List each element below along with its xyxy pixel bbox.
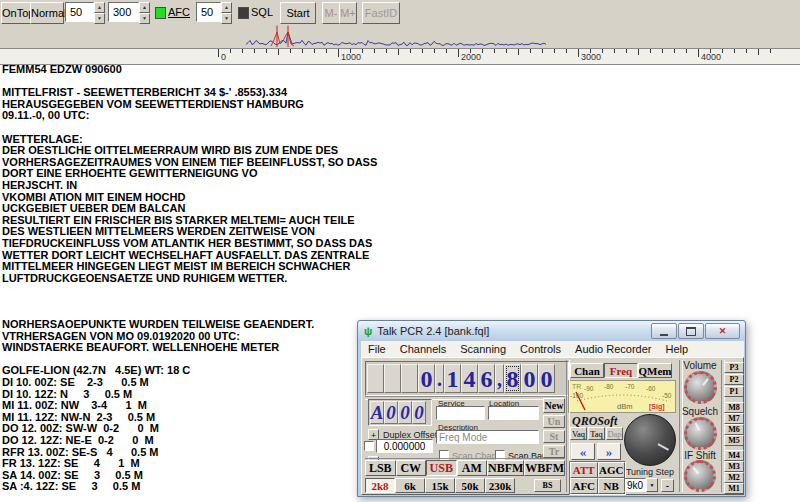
- menu-help[interactable]: Help: [659, 343, 696, 355]
- menu-audio-recorder[interactable]: Audio Recorder: [568, 343, 658, 355]
- minimize-button[interactable]: [651, 323, 677, 339]
- p1-button[interactable]: P1: [724, 386, 744, 397]
- spin-up-icon[interactable]: ▲: [94, 2, 105, 13]
- filter-button-50k[interactable]: 50k: [455, 478, 485, 493]
- m7-button[interactable]: M7: [724, 413, 744, 424]
- mode-button-nbfm[interactable]: NBFM: [487, 460, 524, 476]
- filter-button-230k[interactable]: 230k: [485, 478, 515, 493]
- freq-digit-cell[interactable]: .: [435, 364, 444, 393]
- ruler-tick: [566, 49, 567, 53]
- freq-digit-cell[interactable]: ,: [495, 364, 504, 393]
- fastid-button[interactable]: FastID: [362, 2, 400, 24]
- un-button[interactable]: Un: [543, 415, 565, 428]
- shift-value[interactable]: 300: [108, 2, 139, 22]
- filter-button-6k[interactable]: 6k: [395, 478, 425, 493]
- freq-digit-cell[interactable]: 8: [504, 364, 521, 393]
- dap-button[interactable]: Dap: [606, 427, 623, 440]
- menu-file[interactable]: File: [361, 343, 393, 355]
- m3-button[interactable]: M3: [724, 461, 744, 472]
- p2-button[interactable]: P2: [724, 374, 744, 385]
- tuning-step-dropdown-icon[interactable]: ▼: [646, 478, 658, 492]
- bs-button[interactable]: BS: [534, 479, 561, 492]
- m4-button[interactable]: M4: [724, 450, 744, 461]
- pcr-titlebar[interactable]: ψ Talk PCR 2.4 [bank.fql] ✕: [358, 321, 745, 341]
- spin-down-icon[interactable]: ▼: [221, 13, 232, 24]
- menu-scanning[interactable]: Scanning: [453, 343, 513, 355]
- m1-button[interactable]: M1: [724, 483, 744, 494]
- p3-button[interactable]: P3: [724, 362, 744, 373]
- ruler-tick: [278, 49, 279, 55]
- tab-freq[interactable]: Freq: [604, 363, 638, 378]
- squelch-knob[interactable]: [684, 417, 717, 450]
- tab-qmem[interactable]: QMem: [638, 363, 672, 378]
- start-button[interactable]: Start: [280, 2, 316, 24]
- tr-button[interactable]: Tr: [543, 445, 565, 458]
- memory-digit-cell: 0: [398, 401, 412, 424]
- close-button[interactable]: ✕: [705, 323, 740, 339]
- tuning-step-minus-button[interactable]: -: [661, 479, 674, 492]
- freq-digit-cell[interactable]: 0: [521, 364, 538, 393]
- m2-button[interactable]: M2: [724, 472, 744, 483]
- mark-frequency-value[interactable]: 50: [65, 2, 94, 22]
- location-field[interactable]: [488, 406, 539, 420]
- duplex-checkbox[interactable]: [364, 441, 374, 451]
- squelch-level-value[interactable]: 50: [196, 2, 221, 22]
- description-field[interactable]: Freq Mode: [436, 430, 539, 444]
- volume-knob[interactable]: [684, 371, 717, 404]
- new-button[interactable]: New: [543, 398, 565, 413]
- if-shift-knob[interactable]: [684, 460, 716, 492]
- freq-digit-cell[interactable]: 4: [461, 364, 478, 393]
- m8-button[interactable]: M8: [724, 402, 744, 413]
- afc-button[interactable]: AFC: [570, 478, 598, 494]
- decoded-text-area[interactable]: FEMM54 EDZW 090600 MITTELFRIST - SEEWETT…: [2, 64, 377, 493]
- vaq-button[interactable]: Vaq: [570, 427, 587, 440]
- afc-label[interactable]: AFC: [168, 6, 190, 18]
- att-button[interactable]: ATT: [570, 462, 598, 478]
- ontop-button[interactable]: OnTop: [1, 2, 31, 24]
- freq-digit-cell[interactable]: [384, 364, 401, 393]
- normal-button[interactable]: Normal: [30, 2, 64, 24]
- tuning-knob[interactable]: [624, 414, 676, 466]
- service-field[interactable]: [436, 406, 485, 420]
- spectrum-display[interactable]: [0, 25, 800, 48]
- spin-down-icon[interactable]: ▼: [139, 13, 150, 24]
- mode-button-usb[interactable]: USB: [426, 460, 457, 476]
- memory-minus-button[interactable]: M-: [322, 2, 340, 24]
- shift-spinner[interactable]: 300 ▲▼: [108, 2, 150, 22]
- freq-digit-cell[interactable]: 6: [478, 364, 495, 393]
- mode-button-am[interactable]: AM: [457, 460, 488, 476]
- squelch-level-spinner[interactable]: 50 ▲▼: [196, 2, 232, 22]
- m5-button[interactable]: M5: [724, 435, 744, 446]
- mode-button-cw[interactable]: CW: [396, 460, 427, 476]
- freq-digit-cell[interactable]: [367, 364, 384, 393]
- menu-controls[interactable]: Controls: [513, 343, 568, 355]
- duplex-offset-field[interactable]: 0.000000: [376, 439, 433, 453]
- filter-button-15k[interactable]: 15k: [425, 478, 455, 493]
- agc-button[interactable]: AGC: [598, 462, 626, 478]
- memory-plus-button[interactable]: M+: [339, 2, 357, 24]
- filter-button-2k8[interactable]: 2k8: [365, 478, 395, 493]
- nb-button[interactable]: NB: [598, 478, 626, 494]
- st-button[interactable]: St: [543, 430, 565, 443]
- mode-button-lsb[interactable]: LSB: [365, 460, 396, 476]
- menu-channels[interactable]: Channels: [393, 343, 453, 355]
- freq-digit-cell[interactable]: 0: [538, 364, 555, 393]
- spin-up-icon[interactable]: ▲: [221, 2, 232, 13]
- scan-down-button[interactable]: «: [571, 443, 595, 460]
- mode-button-wbfm[interactable]: WBFM: [524, 460, 565, 476]
- spin-down-icon[interactable]: ▼: [94, 13, 105, 24]
- m6-button[interactable]: M6: [724, 424, 744, 435]
- freq-digit-cell[interactable]: 0: [418, 364, 435, 393]
- mark-frequency-spinner[interactable]: 50 ▲▼: [65, 2, 105, 22]
- tuning-step-value[interactable]: 9k0: [624, 478, 646, 492]
- freq-digit-cell[interactable]: 1: [444, 364, 461, 393]
- taq-button[interactable]: Taq: [588, 427, 605, 440]
- freq-digit-cell[interactable]: [401, 364, 418, 393]
- frequency-display[interactable]: 0.146,800: [365, 361, 569, 396]
- ruler-tick: [290, 49, 291, 53]
- ruler-tick: [518, 49, 519, 55]
- sql-label[interactable]: SQL: [251, 6, 273, 18]
- tab-chan[interactable]: Chan: [570, 363, 604, 378]
- spin-up-icon[interactable]: ▲: [139, 2, 150, 13]
- maximize-button[interactable]: [678, 323, 704, 339]
